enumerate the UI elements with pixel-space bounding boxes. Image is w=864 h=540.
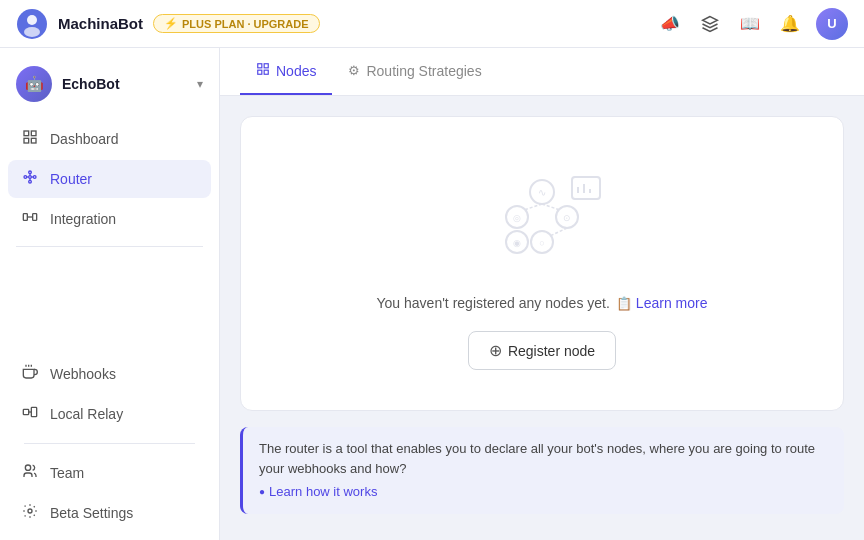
svg-point-25 [25,465,30,470]
empty-message: You haven't registered any nodes yet. [377,295,610,311]
chevron-down-icon: ▾ [197,77,203,91]
avatar[interactable]: U [816,8,848,40]
info-banner: The router is a tool that enables you to… [240,427,844,514]
svg-point-9 [33,176,36,179]
logo-icon [16,8,48,40]
svg-rect-5 [24,138,29,143]
tab-nodes-label: Nodes [276,63,316,79]
webhooks-icon [20,364,40,384]
dashboard-icon [20,129,40,149]
sidebar-label-webhooks: Webhooks [50,366,116,382]
sidebar-label-integration: Integration [50,211,116,227]
svg-rect-3 [24,131,29,136]
info-banner-text: The router is a tool that enables you to… [259,441,815,476]
book-icon[interactable]: 📖 [736,10,764,38]
tab-routing-strategies[interactable]: ⚙ Routing Strategies [332,49,497,95]
svg-line-42 [550,228,567,236]
svg-rect-22 [23,409,28,414]
sidebar-item-local-relay[interactable]: Local Relay [8,395,211,433]
sidebar-item-beta-settings[interactable]: Beta Settings [8,494,211,532]
svg-point-26 [28,509,32,513]
svg-rect-17 [33,214,37,221]
bot-avatar: 🤖 [16,66,52,102]
tab-routing-label: Routing Strategies [366,63,481,79]
routing-tab-icon: ⚙ [348,63,360,78]
sidebar-item-webhooks[interactable]: Webhooks [8,355,211,393]
megaphone-icon[interactable]: 📣 [656,10,684,38]
nodes-illustration: ∿ ◎ ⊙ ◉ ○ [472,157,612,271]
nodes-tab-icon [256,62,270,79]
sidebar-divider-2 [24,443,195,444]
svg-text:◉: ◉ [513,238,521,248]
main-content: ∿ ◎ ⊙ ◉ ○ You haven't registered any nod… [220,96,864,540]
tabs-bar: Nodes ⚙ Routing Strategies [220,48,864,96]
sidebar-label-team: Team [50,465,84,481]
svg-point-10 [29,180,32,183]
sidebar-item-router[interactable]: Router [8,160,211,198]
sidebar-item-team[interactable]: Team [8,454,211,492]
plan-badge[interactable]: PLUS PLAN · UPGRADE [153,14,320,33]
content-area: Nodes ⚙ Routing Strategies [220,48,864,540]
svg-point-8 [29,171,32,174]
sidebar-label-beta-settings: Beta Settings [50,505,133,521]
empty-state-card: ∿ ◎ ⊙ ◉ ○ You haven't registered any nod… [240,116,844,411]
svg-rect-30 [264,70,268,74]
integration-icon [20,209,40,229]
svg-point-2 [24,27,40,37]
svg-rect-4 [31,131,36,136]
svg-line-40 [524,204,542,210]
svg-rect-36 [572,177,600,199]
topnav: MachinaBot PLUS PLAN · UPGRADE 📣 📖 🔔 U [0,0,864,48]
sidebar-label-router: Router [50,171,92,187]
svg-text:∿: ∿ [538,187,546,198]
empty-state-text: You haven't registered any nodes yet. Le… [377,295,708,311]
brand-name: MachinaBot [58,15,143,32]
svg-point-11 [29,176,32,179]
svg-rect-24 [31,407,36,416]
svg-rect-6 [31,138,36,143]
bot-selector[interactable]: 🤖 EchoBot ▾ [0,56,219,112]
svg-text:◎: ◎ [513,213,521,223]
router-icon [20,169,40,189]
bell-icon[interactable]: 🔔 [776,10,804,38]
svg-text:⊙: ⊙ [563,213,571,223]
svg-point-1 [27,15,37,25]
sidebar: 🤖 EchoBot ▾ Dashboard [0,48,220,540]
sidebar-item-integration[interactable]: Integration [8,200,211,238]
register-node-button[interactable]: Register node [468,331,616,370]
bot-name: EchoBot [62,76,187,92]
sidebar-label-local-relay: Local Relay [50,406,123,422]
svg-rect-29 [258,70,262,74]
team-icon [20,463,40,483]
beta-settings-icon [20,503,40,523]
tab-nodes[interactable]: Nodes [240,48,332,95]
svg-rect-27 [258,64,262,68]
sidebar-main-nav: Dashboard Router [0,120,219,238]
topnav-right: 📣 📖 🔔 U [656,8,848,40]
main-layout: 🤖 EchoBot ▾ Dashboard [0,48,864,540]
sidebar-bottom-nav: Webhooks Local Relay [0,355,219,532]
sidebar-divider [16,246,203,247]
cube-icon[interactable] [696,10,724,38]
svg-text:○: ○ [539,238,544,248]
topnav-left: MachinaBot PLUS PLAN · UPGRADE [16,8,320,40]
svg-line-41 [542,204,560,210]
learn-how-link[interactable]: Learn how it works [259,482,828,502]
learn-more-link[interactable]: Learn more [616,295,708,311]
sidebar-label-dashboard: Dashboard [50,131,119,147]
svg-rect-28 [264,64,268,68]
relay-icon [20,404,40,424]
svg-rect-16 [23,214,27,221]
svg-point-7 [24,176,27,179]
sidebar-item-dashboard[interactable]: Dashboard [8,120,211,158]
